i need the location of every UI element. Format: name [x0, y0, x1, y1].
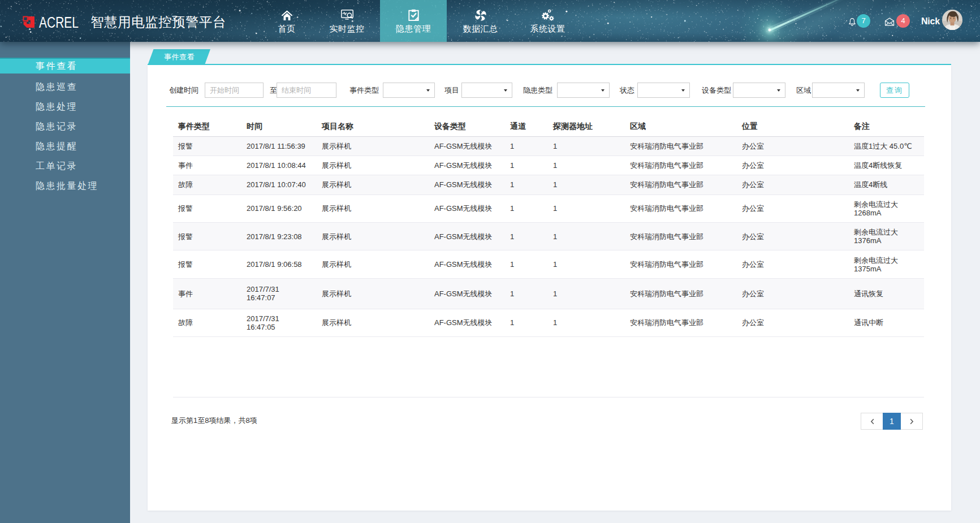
column-header: 通道	[505, 117, 548, 136]
sidebar-menu: 事件查看隐患巡查隐患处理隐患记录隐患提醒工单记录隐患批量处理	[0, 42, 130, 196]
table-cell: 1	[505, 309, 548, 336]
table-cell: 1	[548, 136, 625, 155]
table-cell: 1	[548, 175, 625, 194]
table-cell: AF-GSM无线模块	[429, 223, 505, 250]
hazard-type-select[interactable]	[557, 83, 610, 98]
user-name[interactable]: Nick	[921, 16, 940, 27]
sidebar-item[interactable]: 隐患处理	[0, 97, 130, 117]
table-cell: 剩余电流过大 1375mA	[849, 250, 924, 278]
table-cell: AF-GSM无线模块	[429, 155, 505, 175]
region-label: 区域	[796, 83, 811, 98]
dropdown-arrow-icon	[601, 89, 605, 92]
table-cell: 办公室	[737, 175, 849, 194]
dropdown-arrow-icon	[426, 89, 430, 92]
table-cell: 办公室	[737, 250, 849, 278]
table-cell: 1	[548, 194, 625, 222]
table-cell: AF-GSM无线模块	[429, 250, 505, 278]
table-cell: AF-GSM无线模块	[429, 309, 505, 336]
sidebar: 事件查看隐患巡查隐患处理隐患记录隐患提醒工单记录隐患批量处理	[0, 42, 130, 523]
column-header: 时间	[241, 117, 317, 136]
status-select[interactable]	[637, 83, 690, 98]
region-select[interactable]	[812, 83, 865, 98]
table-cell: 安科瑞消防电气事业部	[625, 136, 737, 155]
events-table-body: 报警2017/8/1 11:56:39展示样机AF-GSM无线模块11安科瑞消防…	[173, 136, 924, 337]
search-button[interactable]: 查询	[880, 83, 909, 98]
acrel-logo[interactable]: ACREL	[21, 8, 84, 34]
table-row: 事件2017/7/31 16:47:07展示样机AF-GSM无线模块11安科瑞消…	[173, 278, 924, 309]
nav-tab-realtime-monitor[interactable]: 实时监控	[314, 0, 380, 42]
nav-tab-hazard-management[interactable]: 隐患管理	[380, 0, 447, 42]
user-avatar[interactable]	[942, 10, 962, 30]
avatar-image	[942, 10, 962, 30]
clipboard-check-icon	[408, 9, 419, 21]
event-type-select[interactable]	[383, 83, 435, 98]
table-cell: 1	[505, 250, 548, 278]
table-cell: 安科瑞消防电气事业部	[625, 223, 737, 250]
page-tab-event-view[interactable]: 事件查看	[148, 49, 210, 64]
table-cell: 展示样机	[317, 194, 429, 222]
nav-tab-data-summary[interactable]: 数据汇总	[447, 0, 514, 42]
start-time-input[interactable]	[205, 83, 264, 98]
nav-tab-label: 首页	[260, 24, 314, 33]
bell-count-badge[interactable]: 7	[857, 14, 870, 28]
sidebar-item[interactable]: 隐患记录	[0, 117, 130, 137]
table-cell: 办公室	[737, 194, 849, 222]
column-header: 位置	[737, 117, 849, 136]
table-cell: 1	[505, 278, 548, 309]
table-cell: 展示样机	[317, 250, 429, 278]
table-cell: 展示样机	[317, 223, 429, 250]
sidebar-item[interactable]: 隐患巡查	[0, 77, 130, 97]
nav-tab-label: 隐患管理	[380, 24, 447, 33]
table-cell: 1	[548, 250, 625, 278]
table-cell: 温度4断线	[849, 175, 924, 194]
table-cell: 1	[505, 223, 548, 250]
sidebar-item[interactable]: 隐患批量处理	[0, 176, 130, 196]
table-cell: 通讯中断	[849, 309, 924, 336]
mail-icon[interactable]	[884, 18, 895, 26]
table-cell: 事件	[173, 278, 241, 309]
gears-icon	[542, 9, 554, 21]
table-cell: 展示样机	[317, 278, 429, 309]
table-cell: 办公室	[737, 309, 849, 336]
hazard-type-label: 隐患类型	[523, 83, 552, 98]
table-cell: 1	[505, 155, 548, 175]
column-header: 探测器地址	[548, 117, 625, 136]
mail-count-badge[interactable]: 4	[896, 14, 910, 28]
acrel-logo-mark	[23, 16, 34, 28]
table-cell: 温度4断线恢复	[849, 155, 924, 175]
nav-tab-label: 系统设置	[514, 24, 581, 33]
table-cell: 2017/7/31 16:47:07	[241, 278, 317, 309]
table-cell: 安科瑞消防电气事业部	[625, 250, 737, 278]
end-time-input[interactable]	[277, 83, 336, 98]
table-cell: 2017/8/1 10:07:40	[241, 175, 317, 194]
project-select[interactable]	[461, 83, 512, 98]
chevron-left-icon	[870, 418, 874, 425]
event-type-label: 事件类型	[349, 83, 379, 98]
dropdown-arrow-icon	[777, 89, 780, 92]
sidebar-item[interactable]: 事件查看	[0, 58, 130, 74]
prev-page-button[interactable]	[861, 413, 883, 430]
nav-tab-home[interactable]: 首页	[260, 0, 314, 42]
fan-icon	[474, 10, 487, 21]
acrel-logo-text: ACREL	[39, 14, 79, 31]
column-header: 设备类型	[429, 117, 505, 136]
sidebar-item[interactable]: 隐患提醒	[0, 137, 130, 157]
chevron-right-icon	[910, 418, 914, 425]
results-info: 显示第1至8项结果，共8项	[171, 416, 257, 426]
device-type-select[interactable]	[733, 83, 785, 98]
table-cell: 故障	[173, 309, 241, 336]
next-page-button[interactable]	[901, 413, 923, 430]
project-label: 项目	[444, 83, 459, 98]
platform-title: 智慧用电监控预警平台	[90, 14, 226, 31]
nav-tab-system-settings[interactable]: 系统设置	[514, 0, 581, 42]
table-cell: 展示样机	[317, 175, 429, 194]
page-1-button[interactable]: 1	[883, 413, 901, 430]
main-content: 事件查看 创建时间 至 事件类型 项目 隐患类型 状态 设备类型 区域	[130, 42, 980, 523]
table-cell: 安科瑞消防电气事业部	[625, 155, 737, 175]
dropdown-arrow-icon	[856, 89, 860, 92]
bell-icon[interactable]	[848, 17, 856, 27]
monitor-search-icon	[341, 10, 353, 20]
table-row: 故障2017/8/1 10:07:40展示样机AF-GSM无线模块11安科瑞消防…	[173, 175, 924, 194]
table-cell: 故障	[173, 175, 241, 194]
sidebar-item[interactable]: 工单记录	[0, 157, 130, 176]
